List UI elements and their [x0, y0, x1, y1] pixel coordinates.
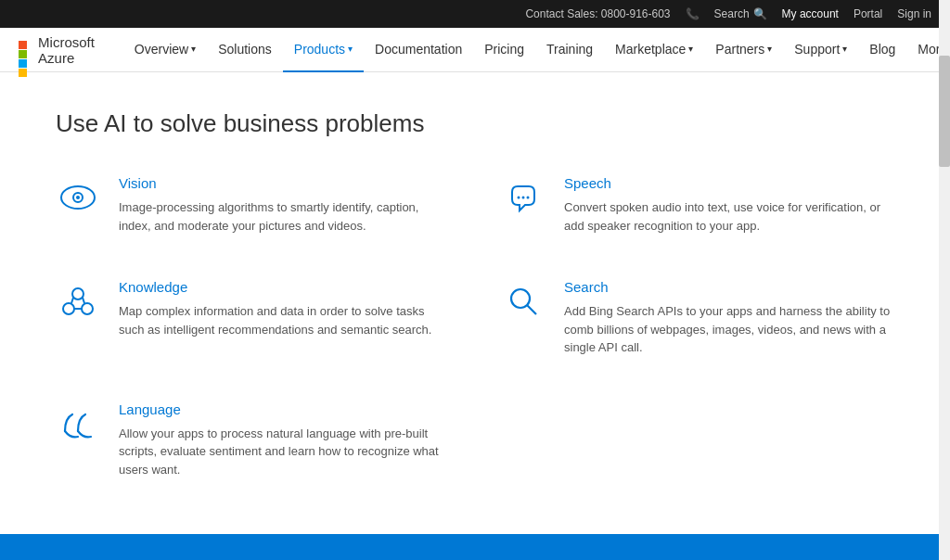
nav-item-training[interactable]: Training	[535, 28, 604, 72]
search-title[interactable]: Search	[564, 279, 891, 295]
language-icon	[56, 401, 100, 446]
search-label: Search	[714, 7, 750, 20]
nav-item-partners[interactable]: Partners ▾	[704, 28, 783, 72]
top-bar: Contact Sales: 0800-916-603 📞 Search 🔍 M…	[0, 0, 950, 28]
nav-item-pricing[interactable]: Pricing	[473, 28, 535, 72]
phone-icon: 📞	[686, 7, 700, 20]
vision-desc: Image-processing algorithms to smartly i…	[119, 198, 445, 235]
svg-line-13	[527, 305, 536, 314]
contact-sales: Contact Sales: 0800-916-603	[525, 7, 670, 20]
svg-point-5	[527, 197, 530, 199]
scrollbar-thumb[interactable]	[939, 56, 950, 167]
sign-in-link[interactable]: Sign in	[897, 7, 931, 20]
search-area[interactable]: Search 🔍	[714, 7, 767, 20]
knowledge-desc: Map complex information and data in orde…	[119, 302, 445, 338]
nav-item-solutions[interactable]: Solutions	[207, 28, 283, 72]
quote-section: "Because the Cognitive Services APIs har…	[0, 534, 950, 560]
chevron-icon: ▾	[688, 44, 693, 54]
knowledge-title[interactable]: Knowledge	[119, 279, 445, 295]
chevron-icon: ▾	[842, 44, 847, 54]
nav-item-documentation[interactable]: Documentation	[364, 28, 473, 72]
ai-item-knowledge: Knowledge Map complex information and da…	[56, 279, 445, 357]
nav-bar: Microsoft Azure Overview ▾ Solutions Pro…	[0, 28, 950, 72]
scrollbar[interactable]	[939, 0, 950, 560]
search-desc: Add Bing Search APIs to your apps and ha…	[564, 302, 891, 357]
language-text: Language Allow your apps to process natu…	[119, 401, 445, 479]
vision-icon	[56, 175, 100, 220]
ai-item-language: Language Allow your apps to process natu…	[56, 401, 445, 479]
search-icon: 🔍	[753, 7, 767, 20]
svg-point-6	[72, 288, 83, 299]
chevron-icon: ▾	[767, 44, 772, 54]
chevron-icon: ▾	[191, 44, 196, 54]
nav-item-support[interactable]: Support ▾	[783, 28, 858, 72]
svg-line-9	[71, 298, 73, 303]
language-desc: Allow your apps to process natural langu…	[119, 425, 445, 479]
svg-point-2	[76, 196, 80, 199]
speech-title[interactable]: Speech	[564, 175, 891, 191]
svg-point-4	[522, 197, 525, 199]
nav-item-blog[interactable]: Blog	[858, 28, 906, 72]
svg-point-3	[518, 197, 520, 199]
nav-item-marketplace[interactable]: Marketplace ▾	[604, 28, 704, 72]
ai-item-vision: Vision Image-processing algorithms to sm…	[56, 175, 445, 235]
language-title[interactable]: Language	[119, 401, 445, 417]
speech-desc: Convert spoken audio into text, use voic…	[564, 198, 891, 235]
main-content: Use AI to solve business problems Vision…	[0, 72, 950, 534]
svg-point-8	[82, 303, 93, 314]
nav-items: Overview ▾ Solutions Products ▾ Document…	[123, 28, 950, 72]
vision-title[interactable]: Vision	[119, 175, 445, 191]
my-account-link[interactable]: My account	[782, 7, 839, 20]
svg-line-10	[83, 298, 84, 303]
chevron-icon: ▾	[348, 44, 353, 54]
vision-text: Vision Image-processing algorithms to sm…	[119, 175, 445, 235]
speech-text: Speech Convert spoken audio into text, u…	[564, 175, 891, 235]
nav-item-overview[interactable]: Overview ▾	[123, 28, 207, 72]
ai-item-speech: Speech Convert spoken audio into text, u…	[501, 175, 891, 235]
nav-logo[interactable]: Microsoft Azure	[19, 34, 101, 66]
nav-item-products[interactable]: Products ▾	[283, 28, 364, 72]
ai-item-search: Search Add Bing Search APIs to your apps…	[501, 279, 891, 357]
knowledge-icon	[56, 279, 100, 324]
logo-text: Microsoft Azure	[38, 34, 101, 66]
ai-grid: Vision Image-processing algorithms to sm…	[56, 175, 891, 478]
page-title: Use AI to solve business problems	[56, 109, 894, 138]
search-icon	[501, 279, 546, 324]
knowledge-text: Knowledge Map complex information and da…	[119, 279, 445, 338]
search-text: Search Add Bing Search APIs to your apps…	[564, 279, 891, 357]
speech-icon	[501, 175, 546, 220]
microsoft-logo	[19, 41, 31, 59]
svg-point-7	[63, 303, 74, 314]
portal-link[interactable]: Portal	[854, 7, 882, 20]
